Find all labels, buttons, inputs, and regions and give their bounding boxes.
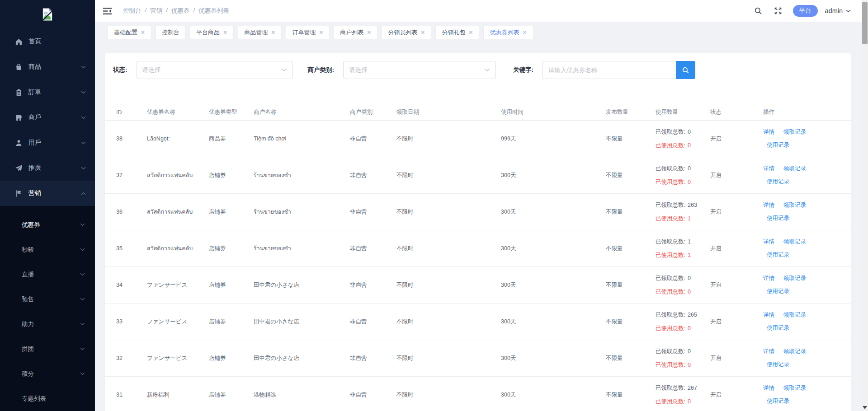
submenu-item[interactable]: 专题列表 [0, 386, 95, 411]
merchant-category-select[interactable]: 请选择 [343, 61, 496, 79]
search-icon[interactable] [754, 7, 762, 15]
chevron-down-icon [81, 167, 86, 170]
app-logo[interactable] [0, 0, 95, 29]
receive-record-link[interactable]: 领取记录 [783, 128, 806, 136]
cell-merchant-type: 非自营 [350, 172, 396, 179]
breadcrumb-item[interactable]: 优惠券 [171, 7, 190, 15]
close-icon[interactable]: ✕ [522, 29, 527, 36]
cell-actions: 详情领取记录使用记录 [763, 384, 840, 405]
sidebar-item[interactable]: 营销 [0, 181, 95, 206]
detail-link[interactable]: 详情 [763, 128, 774, 136]
chevron-down-icon [81, 116, 86, 119]
cell-publish-qty: 不限量 [606, 391, 656, 399]
sidebar-item[interactable]: 訂單 [0, 79, 95, 105]
sidebar-item[interactable]: 推廣 [0, 155, 95, 181]
breadcrumb-separator: / [166, 7, 168, 15]
close-icon[interactable]: ✕ [319, 29, 323, 36]
chevron-down-icon [281, 68, 287, 72]
submenu-item[interactable]: 秒殺 [0, 237, 95, 262]
close-icon[interactable]: ✕ [420, 29, 425, 36]
breadcrumb-item[interactable]: 优惠券列表 [198, 7, 229, 15]
submenu-item[interactable]: 積分 [0, 361, 95, 386]
detail-link[interactable]: 详情 [763, 165, 774, 173]
cell-usage: 已领取总数:267已使用总数:0 [656, 384, 710, 406]
receive-record-link[interactable]: 领取记录 [783, 348, 806, 355]
tab-label: 订单管理 [292, 28, 316, 37]
close-icon[interactable]: ✕ [141, 29, 145, 36]
detail-link[interactable]: 详情 [763, 275, 774, 282]
cell-coupon-type: 店铺券 [209, 245, 254, 252]
received-value: 0 [688, 348, 691, 355]
tab-item[interactable]: 控制台 [156, 26, 186, 39]
main-area: 控制台/营销/优惠券/优惠券列表 平台 a [95, 0, 868, 411]
used-label: 已使用总数: [656, 215, 685, 223]
scrollbar-thumb[interactable] [862, 2, 868, 44]
used-count-line: 已使用总数:1 [656, 215, 710, 223]
tab-item[interactable]: 平台商品✕ [190, 26, 234, 39]
tab-item[interactable]: 优惠券列表✕ [483, 26, 533, 39]
use-record-link[interactable]: 使用记录 [767, 215, 789, 222]
close-icon[interactable]: ✕ [468, 29, 473, 36]
status-select[interactable]: 请选择 [137, 61, 293, 79]
tab-label: 控制台 [162, 28, 179, 37]
tab-item[interactable]: 商户列表✕ [334, 26, 377, 39]
receive-record-link[interactable]: 领取记录 [783, 201, 806, 209]
tab-item[interactable]: 商品管理✕ [238, 26, 282, 39]
submenu-item[interactable]: 预售 [0, 287, 95, 312]
cell-actions: 详情领取记录使用记录 [763, 238, 840, 259]
breadcrumb-item[interactable]: 控制台 [123, 7, 142, 15]
scrollbar-down-arrow-icon[interactable] [863, 406, 867, 409]
user-menu[interactable]: admin [825, 7, 851, 14]
cell-use-time: 300天 [501, 318, 606, 326]
submenu-item[interactable]: 拼团 [0, 336, 95, 361]
close-icon[interactable]: ✕ [367, 29, 371, 36]
receive-record-link[interactable]: 领取记录 [783, 275, 806, 282]
fullscreen-icon[interactable] [774, 7, 782, 15]
receive-record-link[interactable]: 领取记录 [783, 311, 806, 319]
use-record-link[interactable]: 使用记录 [767, 178, 789, 186]
submenu-item[interactable]: 直播 [0, 262, 95, 287]
detail-link[interactable]: 详情 [763, 238, 774, 246]
page-scrollbar[interactable] [862, 0, 868, 411]
use-record-link[interactable]: 使用记录 [767, 361, 789, 369]
receive-record-link[interactable]: 领取记录 [783, 238, 806, 246]
sidebar-item[interactable]: 首頁 [0, 29, 95, 54]
tab-item[interactable]: 订单管理✕ [286, 26, 330, 39]
platform-badge[interactable]: 平台 [793, 5, 818, 17]
detail-link[interactable]: 详情 [763, 348, 774, 355]
cell-id: 33 [116, 318, 147, 325]
breadcrumb-separator: / [145, 7, 147, 15]
use-record-link[interactable]: 使用记录 [767, 397, 789, 405]
sidebar-item[interactable]: 商戶 [0, 105, 95, 130]
submenu-item[interactable]: 优惠券 [0, 212, 95, 237]
received-count-line: 已领取总数:265 [656, 311, 710, 319]
cell-use-time: 300天 [501, 391, 606, 399]
cell-coupon-name: สวัสดิการแฟนคลับ [147, 244, 209, 253]
receive-record-link[interactable]: 领取记录 [783, 165, 806, 173]
sidebar-item[interactable]: 用戶 [0, 130, 95, 155]
sidebar-collapse-icon[interactable] [103, 6, 113, 15]
submenu-item[interactable]: 助力 [0, 312, 95, 336]
column-header: 商户名称 [254, 108, 350, 116]
detail-link[interactable]: 详情 [763, 311, 774, 319]
cell-use-time: 300天 [501, 355, 606, 362]
detail-link[interactable]: 详情 [763, 201, 774, 209]
detail-link[interactable]: 详情 [763, 384, 774, 392]
close-icon[interactable]: ✕ [223, 29, 227, 36]
cell-merchant-name: ร้านขายของชำ [254, 207, 350, 216]
cell-use-time: 999天 [501, 135, 606, 143]
close-icon[interactable]: ✕ [271, 29, 275, 36]
tab-item[interactable]: 基础配置✕ [108, 26, 151, 39]
use-record-link[interactable]: 使用记录 [767, 141, 789, 149]
use-record-link[interactable]: 使用记录 [767, 288, 789, 295]
use-record-link[interactable]: 使用记录 [767, 324, 789, 332]
tab-item[interactable]: 分销员列表✕ [382, 26, 431, 39]
sidebar-item[interactable]: 商品 [0, 54, 95, 79]
keyword-input[interactable] [542, 61, 676, 79]
use-record-link[interactable]: 使用记录 [767, 251, 789, 259]
receive-record-link[interactable]: 领取记录 [783, 384, 806, 392]
tab-item[interactable]: 分销礼包✕ [435, 26, 479, 39]
search-button[interactable] [676, 61, 695, 79]
breadcrumb-item[interactable]: 营销 [150, 7, 162, 15]
cell-use-time: 300天 [501, 172, 606, 179]
